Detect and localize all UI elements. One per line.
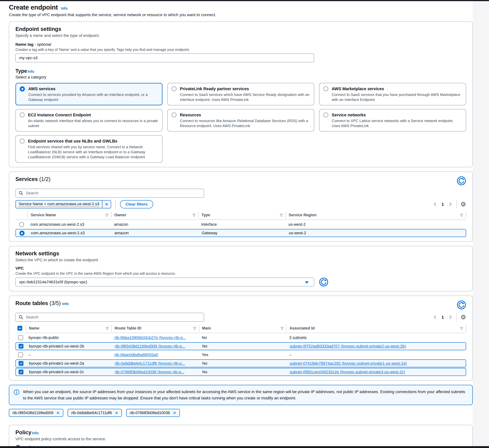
policy-info-link[interactable]: Info <box>32 431 39 435</box>
route-tables-search-input[interactable] <box>26 315 201 319</box>
category-description: Connect to resources like Amazon Relatio… <box>180 118 310 128</box>
subnets-popover-link[interactable]: 3 subnets <box>289 335 307 340</box>
page-info-link[interactable]: Info <box>61 6 68 10</box>
route-table-row[interactable]: – rtb-06ae0dbd6a88593a0 Yes – <box>16 351 466 359</box>
pagination-divider <box>456 200 457 208</box>
service-row-interface[interactable]: com.amazonaws.us-west-2.s3 amazon Interf… <box>16 220 466 228</box>
category-nlb-gwlb[interactable]: Endpoint services that use NLBs and GWLB… <box>16 135 163 163</box>
radio-selected-icon[interactable] <box>20 86 25 91</box>
route-tables-info-link[interactable]: Info <box>62 302 69 306</box>
column-filter-icon[interactable]: ▽ <box>193 213 196 217</box>
select-all-checkbox[interactable] <box>17 326 22 331</box>
cell-name: byovpc-rtb-private3-us-west-2c <box>26 370 112 374</box>
route-table-row[interactable]: byovpc-rtb-private1-us-west-2a rtb-0a9dd… <box>16 359 466 367</box>
route-tables-refresh-button[interactable] <box>457 300 466 310</box>
cell-owner: amazon <box>112 231 199 235</box>
category-description: An elastic network interface that allows… <box>28 118 158 128</box>
tag-dismiss-icon[interactable]: ✕ <box>173 410 176 415</box>
category-resources[interactable]: Resources Connect to resources like Amaz… <box>167 109 314 132</box>
services-refresh-button[interactable] <box>457 176 466 186</box>
search-icon <box>19 191 24 196</box>
vpc-refresh-button[interactable] <box>319 277 328 287</box>
service-row-gateway[interactable]: com.amazonaws.us-west-2.s3 amazon Gatewa… <box>16 229 466 237</box>
radio-icon[interactable] <box>20 113 24 117</box>
route-table-id-link[interactable]: rtb-0a9ddbe64c1711df6 (byovpc-rtb-p... <box>115 361 185 365</box>
row-checkbox[interactable] <box>18 352 23 357</box>
subnet-link[interactable]: subnet-07418de78974ac292 (byovpc-subnet-… <box>290 361 407 365</box>
filter-chip-dismiss-icon[interactable]: ✕ <box>102 200 111 208</box>
services-col-owner: Owner▽ <box>111 212 198 218</box>
services-next-page-button[interactable] <box>448 202 453 207</box>
route-table-id-link[interactable]: rtb-076fdf3b08ed10036 (byovpc-rtb-p... <box>115 370 184 374</box>
category-ec2-instance-connect[interactable]: EC2 Instance Connect Endpoint An elastic… <box>16 109 163 132</box>
route-table-row[interactable]: byovpc-rtb-public rtb-0bba10806b33cb27e … <box>16 334 466 342</box>
radio-icon[interactable] <box>172 86 177 91</box>
category-label: EC2 Instance Connect Endpoint <box>28 112 158 118</box>
vpc-label: VPC <box>16 266 466 271</box>
route-table-id-link[interactable]: rtb-06ae0dbd6a88593a0 <box>114 353 158 357</box>
type-info-link[interactable]: Info <box>28 69 34 74</box>
chevron-right-icon <box>448 315 453 320</box>
radio-icon[interactable] <box>172 113 177 117</box>
column-filter-icon[interactable]: ▽ <box>193 326 196 331</box>
window-bottom-edge <box>0 446 489 448</box>
category-privatelink-partner[interactable]: PrivateLink Ready partner services Conne… <box>167 83 314 105</box>
services-card: Services (1/2) <box>9 172 473 241</box>
category-description: Connect to SaaS services which have AWS … <box>180 92 310 102</box>
row-checkbox-checked[interactable] <box>19 370 24 374</box>
vpc-select[interactable]: vpc-0eb11514a74631e5f (byovpc-vpc) <box>16 278 314 286</box>
route-tables-next-page-button[interactable] <box>448 315 453 320</box>
row-radio-selected[interactable] <box>19 231 24 236</box>
route-tables-search[interactable] <box>16 313 204 322</box>
radio-icon[interactable] <box>20 139 24 143</box>
route-table-tag: rtb-0f65438d1199ed009 ✕ <box>9 409 63 417</box>
row-checkbox-checked[interactable] <box>19 344 24 349</box>
route-table-row[interactable]: byovpc-rtb-private2-us-west-2b rtb-0f654… <box>16 342 466 350</box>
vpc-help: Create the VPC endpoint in the VPC in th… <box>16 272 466 276</box>
network-settings-subtitle: Select the VPC in which to create the en… <box>16 258 466 262</box>
cell-main: No <box>199 361 287 366</box>
chevron-left-icon <box>433 202 438 207</box>
cell-main: No <box>199 335 286 340</box>
window-top-edge <box>0 0 489 1</box>
cell-service-name: com.amazonaws.us-west-2.s3 <box>28 222 111 227</box>
route-table-row[interactable]: byovpc-rtb-private3-us-west-2c rtb-076fd… <box>16 368 466 376</box>
services-prev-page-button[interactable] <box>433 202 438 207</box>
service-name-filter-chip: Service Name = com.amazonaws.us-west-2.s… <box>16 200 111 208</box>
pagination-divider <box>456 313 457 321</box>
services-page-number[interactable]: 1 <box>441 202 444 207</box>
route-table-id-link[interactable]: rtb-0f65438d1199ed009 (byovpc-rtb-p... <box>115 344 185 348</box>
row-radio[interactable] <box>19 222 24 227</box>
column-filter-icon[interactable]: ▽ <box>106 326 109 331</box>
tag-dismiss-icon[interactable]: ✕ <box>56 410 60 415</box>
services-title: Services (1/2) <box>16 176 50 182</box>
create-endpoint-page: Create endpoint Info Create the type of … <box>0 0 489 448</box>
category-aws-services[interactable]: AWS services Connect to services provide… <box>16 83 163 105</box>
radio-icon[interactable] <box>323 86 328 91</box>
services-search-input[interactable] <box>26 191 201 195</box>
route-tables-prev-page-button[interactable] <box>433 315 438 320</box>
name-tag-input[interactable] <box>16 53 314 62</box>
route-table-id-link[interactable]: rtb-0bba10806b33cb27e (byovpc-rtb-p... <box>114 335 186 340</box>
cell-type: Gateway <box>199 231 286 235</box>
column-filter-icon[interactable]: ▽ <box>280 213 283 217</box>
row-checkbox[interactable] <box>18 335 23 340</box>
radio-icon[interactable] <box>323 113 328 117</box>
cell-name: byovpc-rtb-private2-us-west-2b <box>26 344 112 348</box>
clear-filters-button[interactable]: Clear filters <box>120 200 153 208</box>
subnet-link[interactable]: subnet-0f752ad83333ad707 (byovpc-subnet-… <box>290 344 406 348</box>
name-tag-help: Creates a tag with a key of 'Name' and a… <box>16 48 466 52</box>
services-search[interactable] <box>16 189 204 198</box>
category-service-networks[interactable]: Service networks Connect to VPC Lattice … <box>319 109 466 132</box>
column-filter-icon[interactable]: ▽ <box>281 326 284 331</box>
route-tables-page-number[interactable]: 1 <box>441 315 444 320</box>
cell-region: us-west-2 <box>285 222 466 227</box>
row-checkbox-checked[interactable] <box>19 361 24 366</box>
category-marketplace[interactable]: AWS Marketplace services Connect to SaaS… <box>319 83 466 105</box>
column-filter-icon[interactable]: ▽ <box>460 213 463 217</box>
column-filter-icon[interactable]: ▽ <box>460 326 463 331</box>
subnet-link[interactable]: subnet-0f891cec049232c2e (byovpc-subnet-… <box>290 370 405 374</box>
column-filter-icon[interactable]: ▽ <box>106 213 108 217</box>
tag-dismiss-icon[interactable]: ✕ <box>115 410 118 415</box>
cell-region: us-west-2 <box>286 231 466 235</box>
